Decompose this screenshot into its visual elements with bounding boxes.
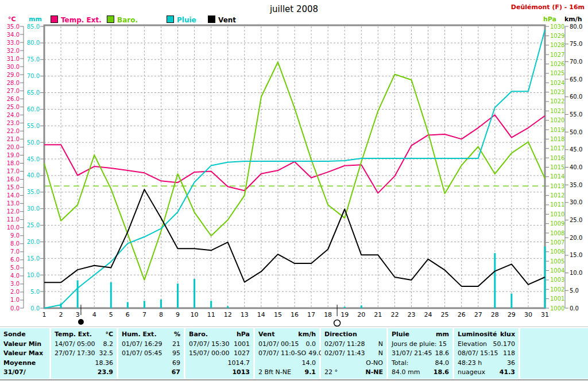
celsius-tick-label: 33.0 [7,40,20,46]
mm-tick-label: 40.0 [27,172,40,178]
celsius-tick-label: 1.0 [10,297,20,303]
hpa-tick-label: 1004 [550,267,564,274]
plot-border [44,25,545,308]
table-cell-value: 18.36 [95,359,114,368]
celsius-tick-label: 32.0 [7,48,20,54]
kmh-tick-label: 70.0 [570,59,582,65]
hpa-tick-label: 1026 [550,61,564,67]
day-label: 28 [491,311,499,318]
table-cell-label: 48:23 h [458,359,482,368]
table-cell-row: 48:23 h36 [458,359,515,368]
hpa-tick-label: 1029 [550,33,564,39]
table-cell-value: N [378,349,383,359]
table-cell-label: 08/07/ 15:15 [458,349,498,359]
table-cell-label: 07/07/ 15:30 [189,340,230,349]
celsius-tick-label: 30.0 [7,64,20,70]
table-column-title: Direction [324,330,357,340]
table-cell-value: 18.6 [435,349,450,359]
table-column-unit: klux [500,330,515,340]
hpa-tick-label: 1018 [550,136,564,142]
day-label: 30 [524,311,532,318]
hpa-tick-label: 1007 [550,239,564,246]
table-cell-value: 84.0 [435,359,450,368]
table-column-title: Vent [258,330,274,340]
day-label: 22 [390,311,399,318]
day-label: 4 [92,311,96,318]
table-cell-row: 02/07/ 11:43N [324,349,383,359]
table-top-divider [0,326,588,327]
hpa-tick-label: 1011 [550,201,564,208]
table-cell-value: 50.170 [493,340,516,349]
hpa-tick-label: 1002 [550,286,564,293]
mm-tick-label: 0.0 [30,305,40,312]
table-cell-label: Jours de pluie: 15 [392,340,447,349]
table-column-pluie: PluiemmJours de pluie: 1531/07/ 21:4518.… [388,328,452,379]
hpa-tick-label: 1016 [550,155,564,161]
new-moon-icon [78,319,84,325]
table-cell-label: 27/07/ 17:30 [55,349,95,359]
hpa-tick-label: 1024 [550,80,564,86]
day-label: 31 [541,311,549,318]
celsius-tick-label: 19.0 [7,152,20,158]
celsius-tick-label: 6.0 [10,256,20,263]
table-column-luminosit: LuminositékluxElevation50.17008/07/ 15:1… [454,328,519,379]
table-column-title: Hum. Ext. [122,330,157,340]
celsius-tick-label: 10.0 [7,224,20,231]
table-cell-row: 84.0 mm18.6 [392,368,449,378]
day-label: 12 [224,311,232,318]
hpa-tick-label: 1003 [550,277,564,283]
kmh-tick-label: 65.0 [570,76,582,83]
celsius-tick-label: 16.0 [7,176,20,182]
table-cell-row: 02/07/ 11:28N [324,340,383,349]
rain-bar [144,301,145,308]
hpa-tick-label: 1005 [550,258,564,265]
table-cell-row: 14/07/ 05:008.2 [55,340,113,349]
weather-chart-app: juillet 2008 Deûlémont (F) - 16m °C mm h… [0,0,588,381]
table-cell-value: O-NO [366,359,383,368]
celsius-tick-label: 3.0 [10,281,20,287]
kmh-tick-label: 55.0 [570,111,582,118]
celsius-tick-label: 18.0 [7,160,20,166]
kmh-tick-label: 10.0 [570,270,582,276]
day-label: 17 [307,311,315,318]
day-label: 23 [407,311,415,318]
table-column-title: Temp. Ext. [55,330,92,340]
day-label: 3 [76,311,80,318]
hpa-tick-label: 1028 [550,42,564,48]
hpa-tick-label: 1021 [550,108,564,114]
rain-bar [127,302,129,308]
celsius-tick-label: 26.0 [7,96,20,102]
table-column-direction: Direction02/07/ 11:28N02/07/ 11:43NO-NO2… [321,328,386,379]
table-cell-row: 01/07/ 00:150.0 [258,340,316,349]
table-empty-panel [520,328,588,379]
table-column-header: Direction [324,330,383,340]
table-column-title: Luminosité [458,330,497,340]
celsius-tick-label: 17.0 [7,168,20,174]
celsius-tick-label: 21.0 [7,136,20,142]
kmh-tick-label: 0.0 [570,305,579,312]
day-label: 15 [274,311,282,318]
day-label: 25 [441,311,449,318]
celsius-tick-label: 14.0 [7,192,20,199]
table-cell-value: 1014.7 [228,359,250,368]
mm-tick-label: 70.0 [27,73,40,79]
kmh-tick-label: 80.0 [570,24,582,30]
kmh-tick-label: 5.0 [570,287,579,294]
hpa-tick-label: 1022 [550,98,564,104]
day-label: 20 [357,311,365,318]
rain-bar [227,306,229,308]
hpa-tick-label: 1027 [550,52,564,58]
day-label: 8 [159,311,163,318]
table-cell-label: Total: [392,359,408,368]
mm-tick-label: 60.0 [27,106,40,112]
table-cell-row: 01/07/ 16:2921 [122,340,180,349]
table-cell-value: 69 [172,359,180,368]
table-cell-value: 1027 [234,349,250,359]
table-cell-label: 14/07/ 05:00 [55,340,95,349]
table-cell-value: 41.3 [500,368,515,378]
table-cell-value: 95 [172,349,180,359]
table-row-label: 31/07/ [3,368,46,378]
table-row-label: Sonde [3,330,46,340]
day-label: 21 [374,311,382,318]
rain-bar [510,294,512,308]
